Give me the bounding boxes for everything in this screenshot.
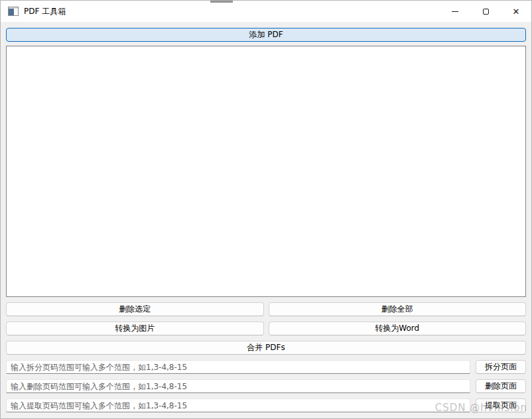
pdf-file-list[interactable] [6, 46, 526, 297]
app-icon [8, 7, 19, 16]
delete-pages-button[interactable]: 删除页面 [476, 379, 526, 393]
maximize-button[interactable] [470, 1, 501, 22]
split-range-input[interactable] [6, 360, 470, 374]
extract-pages-button[interactable]: 提取页面 [476, 398, 526, 412]
delete-range-input[interactable] [6, 379, 470, 393]
titlebar: PDF 工具箱 ✕ [1, 1, 531, 22]
minimize-button[interactable] [440, 1, 470, 22]
minimize-icon [452, 11, 458, 12]
split-pages-button[interactable]: 拆分页面 [476, 360, 526, 374]
close-icon: ✕ [513, 7, 520, 16]
convert-to-image-button[interactable]: 转换为图片 [6, 322, 264, 335]
merge-pdfs-button[interactable]: 合并 PDFs [6, 341, 526, 355]
window-title: PDF 工具箱 [24, 6, 66, 17]
extract-range-input[interactable] [6, 398, 470, 412]
client-area: 添加 PDF 删除选定 删除全部 转换为图片 转换为Word 合并 PDFs 拆… [1, 22, 531, 419]
extract-pages-row: 提取页面 [6, 398, 526, 412]
delete-all-button[interactable]: 删除全部 [269, 302, 527, 316]
delete-selected-button[interactable]: 删除选定 [6, 302, 264, 316]
maximize-icon [483, 9, 489, 15]
add-pdf-button[interactable]: 添加 PDF [6, 28, 526, 42]
action-grid: 删除选定 删除全部 转换为图片 转换为Word [6, 302, 526, 335]
split-pages-row: 拆分页面 [6, 360, 526, 374]
app-window: PDF 工具箱 ✕ 添加 PDF 删除选定 删除全部 转换为图片 转换为Word… [0, 0, 532, 419]
close-button[interactable]: ✕ [501, 1, 531, 22]
convert-to-word-button[interactable]: 转换为Word [269, 322, 527, 335]
delete-pages-row: 删除页面 [6, 379, 526, 393]
desktop-fragment [210, 1, 233, 3]
merge-row: 合并 PDFs [6, 341, 526, 355]
